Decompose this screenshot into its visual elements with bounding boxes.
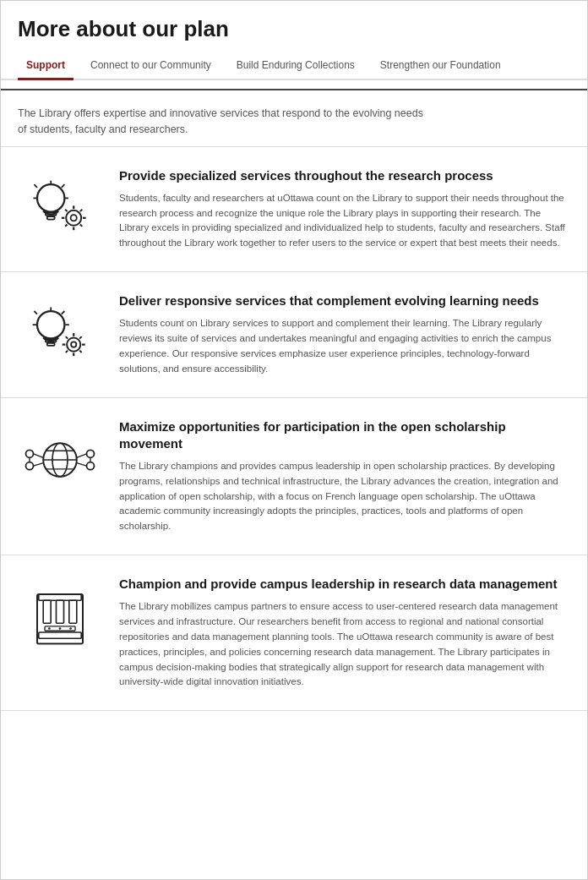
intro-section: The Library offers expertise and innovat… (1, 90, 587, 147)
item-content-2: Deliver responsive services that complem… (119, 292, 570, 377)
item-title-3: Maximize opportunities for participation… (119, 418, 570, 453)
svg-line-48 (77, 462, 87, 466)
item-desc-2: Students count on Library services to su… (119, 316, 570, 376)
svg-point-42 (26, 462, 34, 469)
svg-point-46 (87, 462, 95, 469)
svg-rect-55 (39, 632, 81, 638)
svg-point-59 (59, 627, 62, 630)
svg-line-43 (34, 453, 44, 457)
item-row-3: Maximize opportunities for participation… (1, 398, 587, 556)
intro-text: The Library offers expertise and innovat… (18, 106, 423, 138)
svg-rect-2 (47, 216, 55, 220)
svg-line-22 (62, 311, 65, 314)
item-row-2: Deliver responsive services that complem… (1, 272, 587, 398)
svg-line-44 (34, 462, 44, 466)
svg-rect-52 (43, 600, 51, 623)
item-icon-lightbulb-gear-2 (18, 292, 102, 372)
svg-rect-56 (39, 594, 81, 600)
item-icon-globe-network (18, 418, 102, 498)
items-section: Provide specialized services throughout … (1, 147, 587, 712)
svg-rect-51 (37, 594, 83, 644)
item-title-4: Champion and provide campus leadership i… (119, 576, 570, 593)
svg-line-4 (62, 184, 65, 188)
item-content-3: Maximize opportunities for participation… (119, 418, 570, 535)
svg-point-41 (26, 450, 34, 457)
svg-rect-20 (47, 343, 55, 346)
svg-line-16 (80, 209, 82, 210)
svg-point-60 (69, 627, 72, 630)
item-row-4: Champion and provide campus leadership i… (1, 555, 587, 711)
item-desc-3: The Library champions and provides campu… (119, 459, 570, 534)
item-desc-1: Students, faculty and researchers at uOt… (119, 191, 570, 251)
tab-connect[interactable]: Connect to our Community (82, 52, 220, 80)
item-row-1: Provide specialized services throughout … (1, 147, 587, 273)
tab-strengthen[interactable]: Strengthen our Foundation (372, 52, 509, 80)
svg-line-14 (65, 209, 67, 210)
tab-build[interactable]: Build Enduring Collections (228, 52, 363, 80)
svg-line-47 (77, 453, 87, 457)
tabs-nav: SupportConnect to our CommunityBuild End… (1, 52, 587, 80)
svg-line-23 (34, 311, 37, 314)
svg-line-15 (80, 224, 82, 226)
page-header: More about our plan SupportConnect to ou… (1, 1, 587, 90)
svg-line-34 (79, 336, 81, 338)
svg-point-45 (87, 450, 95, 457)
item-icon-lightbulb-gear (18, 167, 102, 247)
svg-line-32 (66, 336, 68, 338)
item-icon-data-server (18, 576, 102, 655)
svg-rect-53 (57, 600, 64, 623)
svg-line-17 (65, 224, 67, 226)
svg-rect-54 (69, 600, 77, 623)
svg-line-33 (79, 351, 81, 353)
item-title-2: Deliver responsive services that complem… (119, 292, 570, 309)
svg-point-8 (66, 210, 81, 225)
item-title-1: Provide specialized services throughout … (119, 167, 570, 184)
svg-line-35 (66, 351, 68, 353)
item-content-1: Provide specialized services throughout … (119, 167, 570, 252)
svg-point-0 (37, 184, 64, 211)
svg-point-27 (71, 342, 76, 347)
svg-point-26 (67, 338, 80, 352)
svg-point-58 (48, 627, 51, 630)
item-desc-4: The Library mobilizes campus partners to… (119, 599, 570, 690)
item-content-4: Champion and provide campus leadership i… (119, 576, 570, 690)
tab-support[interactable]: Support (18, 52, 74, 80)
page-title: More about our plan (18, 16, 570, 42)
page-wrapper: More about our plan SupportConnect to ou… (0, 0, 588, 880)
svg-line-5 (34, 184, 37, 188)
svg-point-18 (37, 311, 64, 338)
svg-point-9 (71, 215, 77, 221)
